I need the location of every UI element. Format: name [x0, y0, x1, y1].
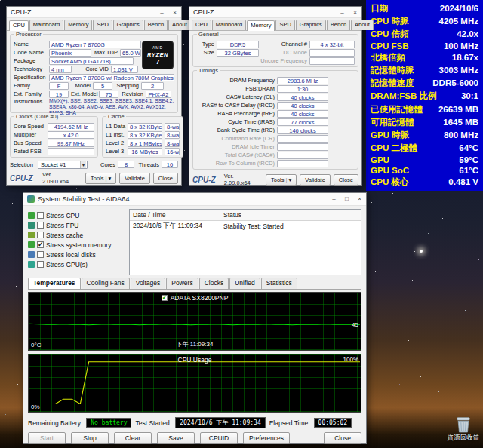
- tab-cooling-fans[interactable]: Cooling Fans: [82, 278, 130, 289]
- sensor-label: GPU: [371, 155, 389, 164]
- preferences-button[interactable]: Preferences: [243, 432, 290, 444]
- stress-option-row[interactable]: Stress GPU(s): [28, 259, 125, 269]
- stress-disks-checkbox[interactable]: [37, 251, 44, 258]
- sensor-label: DRAM:FSB 比例: [371, 91, 437, 102]
- stress-option-row[interactable]: Stress CPU: [28, 210, 125, 220]
- tools-button[interactable]: Tools|▾: [85, 173, 116, 184]
- sensor-row: 日期2024/10/6: [371, 3, 478, 14]
- legend-checkbox[interactable]: [162, 295, 168, 301]
- window-controls: – □ ×: [328, 193, 366, 205]
- cpuz-memory-window: CPU-Z – × CPU Mainboard Memory SPD Graph…: [189, 6, 362, 186]
- stress-option-row[interactable]: Stress FPU: [28, 220, 125, 230]
- save-button[interactable]: Save: [157, 432, 195, 444]
- stress-disks-icon: [28, 251, 35, 258]
- field-label: Threads: [137, 161, 159, 168]
- version-text: Ver. 2.09.0.x64: [42, 171, 79, 185]
- stress-option-row[interactable]: Stress cache: [28, 230, 125, 240]
- sensor-label: 記憶體時脈: [371, 65, 414, 76]
- tab-graphics[interactable]: Graphics: [113, 20, 143, 30]
- stress-gpu-checkbox[interactable]: [37, 261, 44, 268]
- channel-field: 4 x 32-bit: [309, 41, 355, 48]
- tab-spd[interactable]: SPD: [93, 20, 112, 30]
- stability-log-table: Date / Time Status 2024/10/6 下午 11:09:34…: [129, 209, 361, 275]
- tab-memory[interactable]: Memory: [247, 20, 275, 31]
- tab-spd[interactable]: SPD: [275, 20, 294, 30]
- close-button[interactable]: Close: [153, 173, 178, 184]
- tab-mainboard[interactable]: Mainboard: [212, 20, 246, 30]
- sensor-label: CPU 核心: [371, 176, 408, 188]
- tab-unified[interactable]: Unified: [229, 278, 260, 289]
- close-button[interactable]: Close: [334, 174, 358, 186]
- minimize-button[interactable]: –: [328, 193, 340, 205]
- field-label: Multiplier: [14, 131, 45, 138]
- minimize-button[interactable]: –: [155, 7, 168, 17]
- sensor-row: CPU 核心0.481 V: [371, 176, 478, 188]
- sensor-row: GPU 時脈800 MHz: [371, 130, 478, 141]
- window-title: System Stability Test - AIDA64: [38, 195, 129, 203]
- stress-option-row[interactable]: Stress local disks: [28, 250, 125, 259]
- field-label: Selection: [10, 161, 35, 168]
- field-label: Ext. Model: [71, 91, 97, 97]
- core-speed-field: 4194.62 MHz: [48, 123, 94, 130]
- tab-powers[interactable]: Powers: [166, 278, 198, 289]
- tab-cpu[interactable]: CPU: [192, 20, 211, 30]
- stress-cache-checkbox[interactable]: [37, 232, 44, 238]
- stress-fpu-checkbox[interactable]: [37, 222, 44, 229]
- field-label: Total CAS# (tCAS#): [196, 152, 275, 158]
- stress-option-row[interactable]: Stress system memory: [28, 240, 125, 250]
- tab-temperatures[interactable]: Temperatures: [28, 278, 81, 289]
- stress-cpu-checkbox[interactable]: [37, 212, 44, 219]
- tab-statistics[interactable]: Statistics: [261, 278, 297, 289]
- validate-button[interactable]: Validate: [119, 173, 150, 184]
- stress-option-label[interactable]: Stress cache: [46, 232, 83, 239]
- titlebar[interactable]: System Stability Test - AIDA64 – □ ×: [23, 193, 366, 206]
- field-label: Rated FSB: [14, 148, 45, 155]
- total-cas-field: [277, 152, 328, 159]
- log-col-status[interactable]: Status: [220, 210, 361, 220]
- window-title: CPU-Z: [11, 8, 32, 16]
- tab-voltages[interactable]: Voltages: [131, 278, 166, 289]
- titlebar[interactable]: CPU-Z – ×: [7, 7, 181, 18]
- tab-memory[interactable]: Memory: [64, 20, 92, 30]
- cpuz-logo: CPU-Z: [10, 174, 39, 183]
- tab-graphics[interactable]: Graphics: [296, 20, 326, 30]
- sensor-value: 26639 MB: [438, 105, 478, 114]
- field-label: Row To Column (tRCD): [196, 160, 275, 167]
- dc-mode-field: [309, 49, 355, 57]
- tools-button[interactable]: Tools|▾: [266, 174, 297, 186]
- stress-option-label[interactable]: Stress GPU(s): [46, 261, 88, 268]
- tab-bench[interactable]: Bench: [327, 20, 350, 30]
- window-controls: – ×: [336, 7, 361, 17]
- clear-button[interactable]: Clear: [114, 432, 152, 444]
- tab-cpu[interactable]: CPU: [9, 20, 29, 31]
- close-button[interactable]: ×: [353, 193, 366, 205]
- tab-about[interactable]: About: [168, 20, 191, 30]
- tab-bench[interactable]: Bench: [144, 20, 168, 30]
- log-col-datetime[interactable]: Date / Time: [130, 210, 220, 220]
- titlebar[interactable]: CPU-Z – ×: [189, 7, 361, 18]
- tab-about[interactable]: About: [351, 20, 374, 30]
- tab-mainboard[interactable]: Mainboard: [29, 20, 63, 30]
- stress-option-label[interactable]: Stress FPU: [46, 222, 78, 229]
- sensor-row: GPU SoC61°C: [371, 166, 478, 175]
- stress-option-label[interactable]: Stress local disks: [46, 251, 96, 259]
- selection-dropdown[interactable]: Socket #1 ▾: [38, 161, 88, 169]
- start-button[interactable]: Start: [28, 432, 66, 444]
- recycle-bin[interactable]: 資源回收筒: [444, 415, 483, 443]
- minimize-button[interactable]: –: [336, 7, 349, 17]
- close-button[interactable]: ×: [349, 7, 361, 17]
- tab-clocks[interactable]: Clocks: [199, 278, 229, 289]
- sensor-panel: 日期2024/10/6 CPU 時脈4205 MHz CPU 倍頻42.0x C…: [366, 0, 483, 191]
- stress-option-label[interactable]: Stress system memory: [46, 241, 111, 249]
- close-button[interactable]: ×: [168, 7, 181, 17]
- maximize-button[interactable]: □: [340, 193, 353, 205]
- legend-label: ADATA SX8200PNP: [171, 294, 229, 302]
- stress-memory-checkbox[interactable]: [37, 241, 44, 248]
- close-button[interactable]: Close: [324, 432, 361, 444]
- field-label: DRAM Idle Timer: [196, 143, 275, 150]
- sensor-row: 北橋倍頻18.67x: [371, 52, 478, 63]
- stop-button[interactable]: Stop: [71, 432, 109, 444]
- validate-button[interactable]: Validate: [300, 174, 331, 186]
- cpuid-button[interactable]: CPUID: [200, 432, 238, 444]
- stress-option-label[interactable]: Stress CPU: [46, 212, 79, 219]
